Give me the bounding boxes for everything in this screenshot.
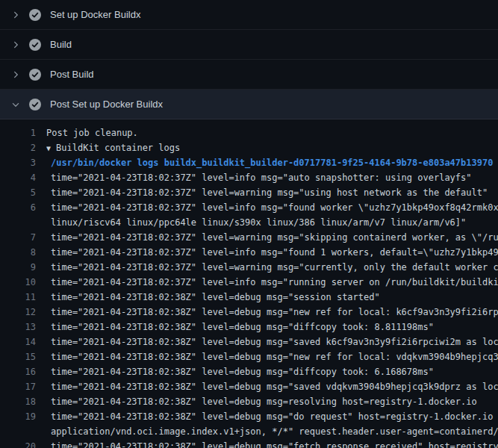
log-line-text: time="2021-04-23T18:02:38Z" level=debug … — [46, 394, 498, 409]
log-line-text: time="2021-04-23T18:02:37Z" level=info m… — [46, 200, 498, 215]
log-line-number[interactable]: 3 — [0, 155, 36, 170]
log-line-number[interactable]: 15 — [0, 349, 36, 364]
step-title: Post Set up Docker Buildx — [50, 99, 163, 110]
log-line-number[interactable]: 4 — [0, 170, 36, 185]
log-line-text: time="2021-04-23T18:02:37Z" level=warnin… — [46, 260, 498, 275]
log-line-number — [0, 424, 36, 439]
log-line: 5time="2021-04-23T18:02:37Z" level=warni… — [0, 185, 498, 200]
log-line: 4time="2021-04-23T18:02:37Z" level=info … — [0, 170, 498, 185]
log-line-number[interactable]: 12 — [0, 305, 36, 320]
log-line-text: time="2021-04-23T18:02:38Z" level=debug … — [46, 409, 498, 424]
log-line-continuation: application/vnd.oci.image.index.v1+json,… — [0, 424, 498, 439]
log-line-text: linux/riscv64 linux/ppc64le linux/s390x … — [46, 215, 498, 230]
log-line-number[interactable]: 20 — [0, 439, 36, 448]
check-circle-icon — [29, 69, 41, 81]
log-line: 16time="2021-04-23T18:02:38Z" level=debu… — [0, 364, 498, 379]
log-line: 17time="2021-04-23T18:02:38Z" level=debu… — [0, 379, 498, 394]
log-line: 9time="2021-04-23T18:02:37Z" level=warni… — [0, 260, 498, 275]
log-line: 1Post job cleanup. — [0, 125, 498, 140]
step-title: Set up Docker Buildx — [50, 9, 140, 20]
log-line-text: time="2021-04-23T18:02:37Z" level=info m… — [46, 170, 498, 185]
chevron-right-icon[interactable] — [10, 10, 21, 19]
steps-list: Set up Docker BuildxBuildPost BuildPost … — [0, 0, 498, 119]
log-line-text: time="2021-04-23T18:02:38Z" level=debug … — [46, 349, 498, 364]
log-line-number[interactable]: 17 — [0, 379, 36, 394]
log-line: 11time="2021-04-23T18:02:38Z" level=debu… — [0, 290, 498, 305]
log-line-number[interactable]: 2 — [0, 140, 36, 155]
log-line: 10time="2021-04-23T18:02:37Z" level=info… — [0, 275, 498, 290]
log-line: 18time="2021-04-23T18:02:38Z" level=debu… — [0, 394, 498, 409]
check-circle-icon — [29, 99, 41, 111]
log-line: 15time="2021-04-23T18:02:38Z" level=debu… — [0, 349, 498, 364]
log-line-number[interactable]: 19 — [0, 409, 36, 424]
log-line: 8time="2021-04-23T18:02:37Z" level=info … — [0, 245, 498, 260]
log-line-text: time="2021-04-23T18:02:38Z" level=debug … — [46, 379, 498, 394]
log-line: 19time="2021-04-23T18:02:38Z" level=debu… — [0, 409, 498, 424]
group-caret-icon[interactable]: ▼ — [46, 144, 51, 152]
log-line-text: time="2021-04-23T18:02:37Z" level=warnin… — [46, 230, 498, 245]
log-line-text: time="2021-04-23T18:02:38Z" level=debug … — [46, 290, 498, 305]
chevron-right-icon[interactable] — [10, 40, 21, 49]
log-line-text: time="2021-04-23T18:02:38Z" level=debug … — [46, 364, 498, 379]
log-command-text: /usr/bin/docker logs buildx_buildkit_bui… — [46, 155, 498, 170]
log-line-text: time="2021-04-23T18:02:38Z" level=debug … — [46, 320, 498, 335]
log-line-text: ▼BuildKit container logs — [46, 140, 498, 155]
log-line-number[interactable]: 16 — [0, 364, 36, 379]
log-line: 7time="2021-04-23T18:02:37Z" level=warni… — [0, 230, 498, 245]
log-line: 3/usr/bin/docker logs buildx_buildkit_bu… — [0, 155, 498, 170]
step-row-post-set-up-docker-buildx[interactable]: Post Set up Docker Buildx — [0, 90, 498, 119]
log-line-number[interactable]: 6 — [0, 200, 36, 215]
log-line: 6time="2021-04-23T18:02:37Z" level=info … — [0, 200, 498, 215]
chevron-down-icon[interactable] — [10, 100, 21, 109]
log-line-number[interactable]: 1 — [0, 125, 36, 140]
log-line-number[interactable]: 5 — [0, 185, 36, 200]
chevron-right-icon[interactable] — [10, 70, 21, 79]
log-line-number[interactable]: 7 — [0, 230, 36, 245]
log-line-number[interactable]: 18 — [0, 394, 36, 409]
step-row-post-build[interactable]: Post Build — [0, 60, 498, 90]
log-line-text: time="2021-04-23T18:02:38Z" level=debug … — [46, 335, 498, 349]
log-line-text: time="2021-04-23T18:02:37Z" level=warnin… — [46, 185, 498, 200]
step-title: Post Build — [50, 69, 94, 80]
log-line: 14time="2021-04-23T18:02:38Z" level=debu… — [0, 335, 498, 349]
log-line: 2▼BuildKit container logs — [0, 140, 498, 155]
log-line-number — [0, 215, 36, 230]
step-title: Build — [50, 39, 72, 50]
log-line: 20time="2021-04-23T18:02:38Z" level=debu… — [0, 439, 498, 448]
group-title[interactable]: BuildKit container logs — [56, 143, 180, 153]
log-line-number[interactable]: 13 — [0, 320, 36, 335]
log-line-number[interactable]: 11 — [0, 290, 36, 305]
log-line-text: time="2021-04-23T18:02:38Z" level=debug … — [46, 305, 498, 320]
log-line: 13time="2021-04-23T18:02:38Z" level=debu… — [0, 320, 498, 335]
log-line-number[interactable]: 10 — [0, 275, 36, 290]
log-line-text: time="2021-04-23T18:02:38Z" level=debug … — [46, 439, 498, 448]
log-line-text: time="2021-04-23T18:02:37Z" level=info m… — [46, 275, 498, 290]
log-line-continuation: linux/riscv64 linux/ppc64le linux/s390x … — [0, 215, 498, 230]
step-row-set-up-docker-buildx[interactable]: Set up Docker Buildx — [0, 0, 498, 30]
log-line: 12time="2021-04-23T18:02:38Z" level=debu… — [0, 305, 498, 320]
step-row-build[interactable]: Build — [0, 30, 498, 60]
log-line-number[interactable]: 14 — [0, 335, 36, 349]
log-line-text: Post job cleanup. — [46, 125, 498, 140]
log-viewer: 1Post job cleanup.2▼BuildKit container l… — [0, 119, 498, 448]
log-line-text: time="2021-04-23T18:02:37Z" level=info m… — [46, 245, 498, 260]
workflow-log-panel: Set up Docker BuildxBuildPost BuildPost … — [0, 0, 498, 448]
log-line-number[interactable]: 8 — [0, 245, 36, 260]
check-circle-icon — [29, 9, 41, 21]
log-line-number[interactable]: 9 — [0, 260, 36, 275]
check-circle-icon — [29, 39, 41, 51]
log-line-text: application/vnd.oci.image.index.v1+json,… — [46, 424, 498, 439]
